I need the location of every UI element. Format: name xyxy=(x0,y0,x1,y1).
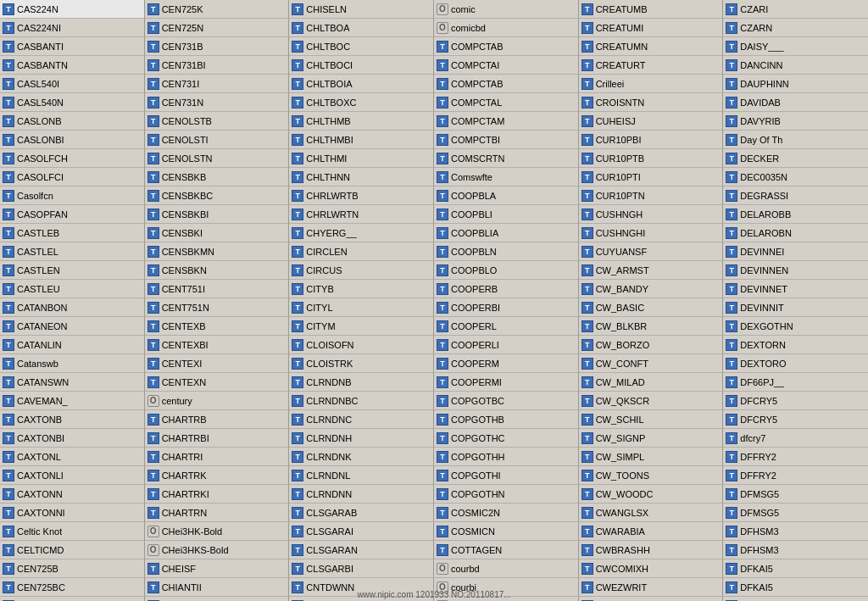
list-item[interactable]: TCZARB xyxy=(579,597,723,601)
list-item[interactable]: TCOOPERL xyxy=(434,317,578,336)
list-item[interactable]: TCHIANTIN xyxy=(145,597,289,601)
list-item[interactable]: TDEXTORO xyxy=(723,354,868,373)
list-item[interactable]: TDFHSM3 xyxy=(723,541,868,559)
list-item[interactable]: TCUR10PTN xyxy=(579,186,723,205)
list-item[interactable]: TCHLTHMB xyxy=(289,112,433,131)
list-item[interactable]: TCENTEXI xyxy=(145,354,289,373)
list-item[interactable]: TCLSGARAI xyxy=(289,522,433,541)
list-item[interactable]: TCOPGOTHB xyxy=(434,410,578,429)
list-item[interactable]: Ocomic xyxy=(434,0,578,19)
list-item[interactable]: TCWEZWRIT xyxy=(579,578,723,597)
list-item[interactable]: TDFKAI5 xyxy=(723,578,868,597)
list-item[interactable]: TCENSBKN xyxy=(145,261,289,280)
list-item[interactable]: TDFMSG5 xyxy=(723,485,868,504)
list-item[interactable]: TCITYB xyxy=(289,280,433,298)
list-item[interactable]: TCUR10PTI xyxy=(579,168,723,186)
list-item[interactable]: TCLSGARBI xyxy=(289,559,433,578)
list-item[interactable]: TCOMPCTAL xyxy=(434,93,578,112)
list-item[interactable]: TCUSHNGH xyxy=(579,205,723,224)
list-item[interactable]: TCAXTONN xyxy=(0,485,144,504)
list-item[interactable]: TDAISY___ xyxy=(723,37,868,56)
list-item[interactable]: TCATANEON xyxy=(0,317,144,336)
list-item[interactable]: TCOPGOTHC xyxy=(434,429,578,448)
list-item[interactable]: TCAXTONB xyxy=(0,410,144,429)
list-item[interactable]: TCASL540N xyxy=(0,93,144,112)
list-item[interactable]: TCWARABIA xyxy=(579,522,723,541)
list-item[interactable]: TDELAROBB xyxy=(723,205,868,224)
list-item[interactable]: TCOPGOTHN xyxy=(434,485,578,504)
list-item[interactable]: TCasolfcn xyxy=(0,186,144,205)
list-item[interactable]: TCLRNDNL xyxy=(289,466,433,485)
list-item[interactable]: TCASL540I xyxy=(0,75,144,93)
list-item[interactable]: TDAVIDAB xyxy=(723,93,868,112)
list-item[interactable]: TDF66PJ__ xyxy=(723,373,868,392)
list-item[interactable]: TCWCOMIXH xyxy=(579,559,723,578)
list-item[interactable]: TCENOLSTI xyxy=(145,131,289,149)
list-item[interactable]: TCENOLSTN xyxy=(145,149,289,168)
list-item[interactable]: TCENSBKB xyxy=(145,168,289,186)
list-item[interactable]: TCAXTONLI xyxy=(0,466,144,485)
list-item[interactable]: TCHISELN xyxy=(289,0,433,19)
list-item[interactable]: TCeltic Knot xyxy=(0,522,144,541)
list-item[interactable]: TCREATUMN xyxy=(579,37,723,56)
list-item[interactable]: TCHARTRN xyxy=(145,504,289,522)
list-item[interactable]: TCEN731B xyxy=(145,37,289,56)
list-item[interactable]: TCREATUMI xyxy=(579,19,723,37)
list-item[interactable]: TCHLTBOCI xyxy=(289,56,433,75)
list-item[interactable]: Ocourbd xyxy=(434,559,578,578)
list-item[interactable]: TCHRLWRTN xyxy=(289,205,433,224)
list-item[interactable]: TCUR10PBI xyxy=(579,131,723,149)
list-item[interactable]: TCZARI xyxy=(723,0,868,19)
list-item[interactable]: TCAS224NI xyxy=(0,19,144,37)
list-item[interactable]: TCUHEISJ xyxy=(579,112,723,131)
list-item[interactable]: TCW_WOODC xyxy=(579,485,723,504)
list-item[interactable]: TDFKTIB xyxy=(723,597,868,601)
list-item[interactable]: TCOOPBLO xyxy=(434,261,578,280)
list-item[interactable]: TCOTTAGEN xyxy=(434,541,578,559)
list-item[interactable]: TCOMPCTAM xyxy=(434,112,578,131)
list-item[interactable]: TDFCRY5 xyxy=(723,410,868,429)
list-item[interactable]: TCAS224N xyxy=(0,0,144,19)
list-item[interactable]: TCOOPERM xyxy=(434,354,578,373)
list-item[interactable]: TCLRNDNB xyxy=(289,373,433,392)
list-item[interactable]: TCHEISF xyxy=(145,559,289,578)
list-item[interactable]: TCW_SIGNP xyxy=(579,429,723,448)
list-item[interactable]: TCLRNDNH xyxy=(289,429,433,448)
list-item[interactable]: TCOOPBLIA xyxy=(434,224,578,242)
list-item[interactable]: TCASOLFCH xyxy=(0,149,144,168)
list-item[interactable]: TCASBANTN xyxy=(0,56,144,75)
list-item[interactable]: TCWANGLSX xyxy=(579,504,723,522)
list-item[interactable]: TCEN_5C xyxy=(0,597,144,601)
list-item[interactable]: OCHei3HKS-Bold xyxy=(145,541,289,559)
list-item[interactable]: TCHLTBOC xyxy=(289,37,433,56)
list-item[interactable]: TCW_TOONS xyxy=(579,466,723,485)
list-item[interactable]: TCOMPCTBI xyxy=(434,131,578,149)
list-item[interactable]: TDELAROBN xyxy=(723,224,868,242)
list-item[interactable]: TCEN725N xyxy=(145,19,289,37)
list-item[interactable]: TCZARN xyxy=(723,19,868,37)
list-item[interactable]: TCHARTRBI xyxy=(145,429,289,448)
list-item[interactable]: Ocomicbd xyxy=(434,19,578,37)
list-item[interactable]: TCASTLEB xyxy=(0,224,144,242)
list-item[interactable]: TDAUPHINN xyxy=(723,75,868,93)
list-item[interactable]: TCASTLEU xyxy=(0,280,144,298)
list-item[interactable]: TDFFRY2 xyxy=(723,466,868,485)
list-item[interactable]: TCENSBKMN xyxy=(145,242,289,261)
list-item[interactable]: TCHLTBOXC xyxy=(289,93,433,112)
list-item[interactable]: TCHARTRKI xyxy=(145,485,289,504)
list-item[interactable]: Ocentury xyxy=(145,392,289,410)
list-item[interactable]: TCLRNDNK xyxy=(289,448,433,466)
list-item[interactable]: TDEVINNEI xyxy=(723,242,868,261)
list-item[interactable]: TCENSBKBI xyxy=(145,205,289,224)
list-item[interactable]: TDEXTORN xyxy=(723,336,868,354)
list-item[interactable]: TCEN725BC xyxy=(0,578,144,597)
list-item[interactable]: TCIRCLEN xyxy=(289,242,433,261)
list-item[interactable]: TCHLTHNN xyxy=(289,168,433,186)
list-item[interactable]: TCLOISTRK xyxy=(289,354,433,373)
list-item[interactable]: TCW_BASIC xyxy=(579,298,723,317)
list-item[interactable]: TCAXTONBI xyxy=(0,429,144,448)
list-item[interactable]: TCW_BANDY xyxy=(579,280,723,298)
list-item[interactable]: TCOOPBLN xyxy=(434,242,578,261)
list-item[interactable]: TCHLTHMI xyxy=(289,149,433,168)
list-item[interactable]: TCW_MILAD xyxy=(579,373,723,392)
